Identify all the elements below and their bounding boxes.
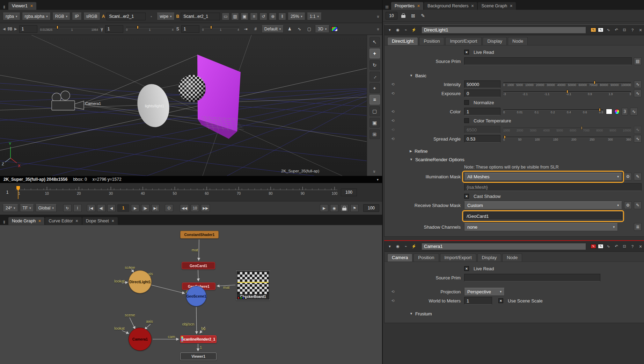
alpha-channel-dropdown[interactable]: rgba.alpha ▾: [22, 13, 51, 20]
curve-editor-icon[interactable]: ∿: [605, 243, 612, 250]
slider-handle[interactable]: [581, 126, 583, 130]
lock-range-button[interactable]: [340, 204, 349, 212]
source-prim-field[interactable]: [464, 57, 632, 65]
display-list-icon[interactable]: ≡: [369, 95, 380, 105]
pixel-aspect-icon[interactable]: ▨: [231, 13, 239, 20]
knob-state-icon[interactable]: ⟲: [385, 290, 401, 294]
tab-directlight[interactable]: DirectLight: [387, 37, 418, 45]
exposure-field[interactable]: 0: [464, 90, 500, 97]
next-keyframe-button[interactable]: |▶: [141, 204, 149, 212]
shadow-channels-dropdown[interactable]: none ▾: [464, 223, 618, 231]
gear-icon[interactable]: ⚙: [624, 173, 632, 180]
channel-list-icon[interactable]: ≣: [634, 223, 642, 231]
saturation-field[interactable]: 1: [181, 25, 199, 33]
bolt-icon[interactable]: ⚡: [411, 27, 417, 33]
color-temperature-checkbox[interactable]: [464, 118, 469, 123]
node-color-swatch[interactable]: ✎: [591, 244, 596, 249]
gl-color-swatch[interactable]: ✎: [598, 244, 603, 249]
projection-dropdown[interactable]: Perspective ▾: [464, 288, 505, 296]
curve-editor-icon[interactable]: ∿: [605, 27, 612, 33]
slider-handle[interactable]: [599, 108, 601, 112]
revert-icon[interactable]: ↶: [613, 243, 620, 250]
close-icon[interactable]: ×: [637, 27, 644, 33]
tab-position[interactable]: Position: [419, 37, 444, 45]
tab-scene-graph[interactable]: Scene Graph ×: [478, 2, 516, 10]
slider-handle[interactable]: [57, 26, 58, 29]
tab-import-export[interactable]: Import/Export: [440, 254, 476, 262]
split-view-icon[interactable]: ▣: [241, 13, 248, 20]
node-GeoScene1[interactable]: GeoScene1: [186, 286, 206, 306]
panel-menu-icon[interactable]: ▦: [384, 3, 390, 10]
color-wheel-icon[interactable]: [614, 109, 620, 114]
color-field[interactable]: 1: [464, 108, 500, 115]
source-prim-field[interactable]: [464, 274, 600, 281]
channels-dropdown[interactable]: rgba ▾: [3, 13, 20, 20]
collapse-triangle-icon[interactable]: ▼: [387, 243, 393, 250]
close-icon[interactable]: ×: [112, 219, 114, 223]
receive-shadow-mask-dropdown[interactable]: Custom ▾: [464, 201, 622, 209]
tab-position[interactable]: Position: [414, 254, 439, 262]
max-panels-field[interactable]: 10: [386, 12, 397, 20]
play-backward-button[interactable]: ◀: [107, 204, 116, 212]
color-temperature-field[interactable]: 6500: [464, 126, 500, 134]
rotate-tool-icon[interactable]: ↻: [369, 60, 380, 70]
input-process-icon[interactable]: ♟: [286, 25, 293, 33]
help-icon[interactable]: ?: [629, 243, 636, 250]
node-Camera1[interactable]: Camera1: [129, 328, 152, 351]
tab-display[interactable]: Display: [477, 254, 502, 262]
fps-dropdown[interactable]: 24* ▾: [3, 204, 18, 212]
node-GeoCard1[interactable]: GeoCard1: [182, 262, 215, 269]
live-read-checkbox[interactable]: ×: [464, 50, 469, 55]
timeline-filter-dropdown[interactable]: TF ▾: [20, 204, 34, 212]
saturation-slider[interactable]: 014: [202, 25, 240, 33]
color-slider[interactable]: 00.010.10.20.40.60.8: [503, 107, 604, 116]
cast-shadow-checkbox[interactable]: ×: [464, 194, 469, 199]
knob-state-icon[interactable]: ⟲: [385, 299, 401, 303]
basic-section-header[interactable]: ▼ Basic: [385, 71, 644, 80]
color-temperature-slider[interactable]: 1000200030004000500060007000800090001000…: [503, 126, 632, 134]
lock-panels-icon[interactable]: [400, 12, 407, 20]
copy-icon[interactable]: ⊡: [621, 27, 628, 33]
gamma-field[interactable]: 1: [105, 25, 123, 33]
pencil-icon[interactable]: ✎: [634, 201, 642, 209]
zoom-dropdown[interactable]: 25% ▾: [288, 13, 305, 20]
node-color-swatch[interactable]: ✎: [591, 28, 596, 32]
channel-count-button[interactable]: 3: [622, 108, 628, 115]
more-tools-chevron-icon[interactable]: »: [376, 28, 381, 30]
tab-curve-editor[interactable]: Curve Editor ×: [45, 217, 82, 225]
input-process-toggle[interactable]: IP: [72, 13, 81, 20]
chevron-down-icon[interactable]: ▾: [377, 178, 379, 181]
b-input-field[interactable]: Scanl...er2_1: [181, 13, 220, 20]
slider-handle[interactable]: [137, 26, 139, 29]
stereo-icon[interactable]: ⇥: [242, 25, 250, 33]
tab-viewer1[interactable]: Viewer1 ×: [8, 2, 36, 10]
slider-handle[interactable]: [210, 26, 212, 29]
skip-to-start-button[interactable]: |◀: [87, 204, 95, 212]
center-node-icon[interactable]: ◉: [395, 27, 401, 33]
node-graph-canvas[interactable]: matmatAsceneaxislookatsceneaxislookatcam…: [0, 225, 382, 364]
node-ScanlineRender2_1[interactable]: ScanlineRender2_1: [180, 335, 217, 343]
a-input-field[interactable]: Scanl...er2_1: [107, 13, 146, 20]
knob-state-icon[interactable]: ⟲: [385, 119, 401, 123]
pixel-ratio-dropdown[interactable]: 1:1 ▾: [307, 13, 322, 20]
selection-mask-icon[interactable]: ▢: [305, 25, 313, 33]
animation-curve-icon[interactable]: ∿: [630, 108, 638, 115]
tab-display[interactable]: Display: [483, 37, 507, 45]
spread-angle-field[interactable]: 0.53: [464, 135, 500, 143]
in-point-button[interactable]: I: [73, 204, 82, 212]
gain-increase-icon[interactable]: ▶: [14, 27, 17, 31]
view-mode-dropdown[interactable]: 3D ▾: [315, 25, 329, 33]
knob-state-icon[interactable]: ⟲: [385, 109, 401, 114]
revert-icon[interactable]: ↶: [613, 27, 620, 33]
bolt-icon[interactable]: ⚡: [411, 243, 417, 250]
pivot-tool-icon[interactable]: ⌖: [369, 83, 380, 93]
grid-overlay-icon[interactable]: #: [252, 25, 259, 33]
node-DirectLight1[interactable]: DirectLight1: [129, 270, 152, 293]
node-link-icon[interactable]: ⌁: [403, 243, 409, 250]
close-icon[interactable]: ×: [510, 3, 512, 8]
frame-region-icon[interactable]: ▢: [369, 106, 380, 116]
gamma-slider[interactable]: 014: [125, 25, 174, 33]
close-icon[interactable]: ×: [417, 3, 420, 8]
more-tools-chevron-icon[interactable]: »: [376, 15, 381, 17]
3d-viewport[interactable]: Camera1 lights/light1 2K_Super_35(full-a…: [0, 35, 382, 176]
